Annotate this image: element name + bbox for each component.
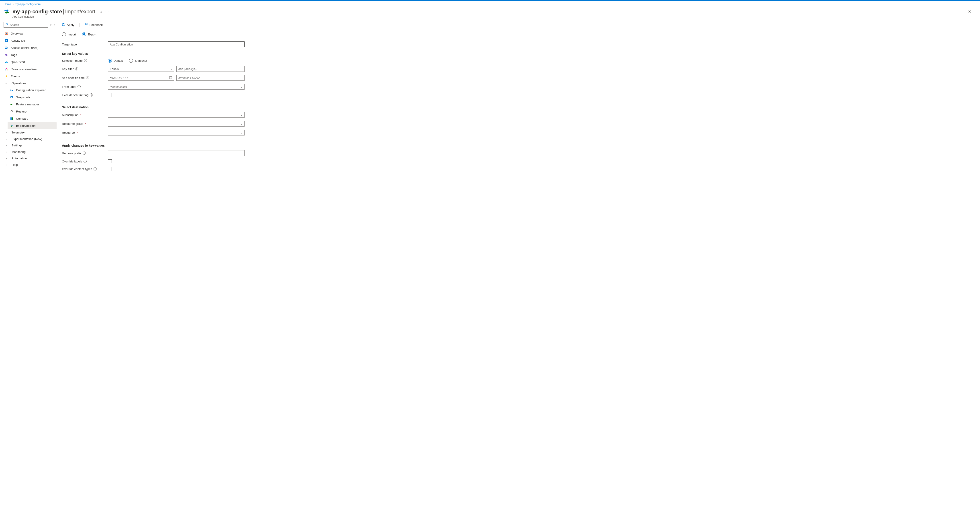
more-icon[interactable]: ⋯ <box>105 10 109 14</box>
remove-prefix-input[interactable] <box>108 150 245 156</box>
info-icon[interactable]: i <box>86 76 89 79</box>
svg-rect-26 <box>12 118 13 120</box>
sidebar-group-help[interactable]: › Help <box>2 161 57 168</box>
sidebar-group-label: Help <box>11 163 18 166</box>
sidebar-search-input[interactable] <box>10 23 46 27</box>
sidebar-group-settings[interactable]: › Settings <box>2 142 57 148</box>
feedback-icon <box>84 23 88 27</box>
from-label-select[interactable]: Please select ⌄ <box>108 84 245 89</box>
mode-import-radio[interactable]: Import <box>62 32 76 36</box>
info-icon[interactable]: i <box>94 167 97 171</box>
subscription-label: Subscription* <box>62 113 108 116</box>
sidebar-group-monitoring[interactable]: › Monitoring <box>2 148 57 155</box>
favorite-icon[interactable]: ☆ <box>99 10 102 14</box>
sidebar-item-label: Activity log <box>11 39 25 42</box>
time-input[interactable] <box>177 75 245 81</box>
remove-prefix-label: Remove prefixi <box>62 151 108 155</box>
selection-snapshot-radio[interactable]: Snapshot <box>129 59 147 63</box>
sidebar-group-label: Monitoring <box>11 150 25 153</box>
collapse-icon[interactable]: « <box>54 23 55 26</box>
info-icon[interactable]: i <box>83 151 86 155</box>
exclude-ff-checkbox[interactable] <box>108 93 112 97</box>
subscription-select[interactable]: ⌄ <box>108 112 245 118</box>
sidebar-group-experimentation[interactable]: › Experimentation (New) <box>2 136 57 142</box>
sidebar-group-automation[interactable]: › Automation <box>2 155 57 161</box>
override-labels-checkbox[interactable] <box>108 159 112 163</box>
sidebar-search[interactable] <box>3 22 48 28</box>
iam-icon <box>5 46 8 50</box>
svg-point-11 <box>6 54 6 54</box>
chevron-right-icon: › <box>5 131 8 134</box>
sidebar-group-label: Automation <box>11 157 27 160</box>
sidebar-group-operations[interactable]: ⌄ Operations <box>2 80 57 86</box>
svg-rect-7 <box>6 40 7 41</box>
key-filter-operator-select[interactable]: Equals ⌄ <box>108 66 174 72</box>
snapshots-icon <box>10 95 14 99</box>
chevron-right-icon: › <box>5 144 8 147</box>
sidebar-item-compare[interactable]: Compare <box>8 115 57 122</box>
breadcrumb-store[interactable]: my-app-config-store <box>15 2 41 6</box>
expand-icon[interactable]: ◇ <box>50 23 52 26</box>
visualizer-icon <box>5 67 8 71</box>
info-icon[interactable]: i <box>90 93 93 96</box>
from-label-label: From labeli <box>62 85 108 88</box>
close-icon[interactable]: ✕ <box>968 10 977 14</box>
feedback-button[interactable]: Feedback <box>84 23 103 27</box>
info-icon[interactable]: i <box>78 85 81 88</box>
resource-select[interactable]: ⌄ <box>108 130 245 136</box>
sidebar-group-telemetry[interactable]: › Telemetry <box>2 129 57 136</box>
sidebar-item-label: Snapshots <box>16 96 30 99</box>
info-icon[interactable]: i <box>84 160 87 163</box>
sidebar-item-label: Overview <box>11 32 23 35</box>
apply-button[interactable]: Apply <box>62 23 75 27</box>
svg-point-13 <box>6 68 7 69</box>
info-icon[interactable]: i <box>75 67 78 70</box>
sidebar-item-overview[interactable]: Overview <box>2 30 57 37</box>
svg-rect-17 <box>11 89 13 89</box>
page-subtitle: App Configuration <box>13 15 980 21</box>
sidebar-item-import-export[interactable]: Import/export <box>8 122 57 129</box>
config-explorer-icon <box>10 88 14 92</box>
sidebar-group-label: Operations <box>11 81 26 85</box>
sidebar-item-config-explorer[interactable]: Configuration explorer <box>8 86 57 94</box>
sidebar-item-iam[interactable]: Access control (IAM) <box>2 44 57 51</box>
override-ct-checkbox[interactable] <box>108 167 112 171</box>
svg-point-18 <box>11 90 11 91</box>
sidebar-item-visualizer[interactable]: Resource visualizer <box>2 65 57 73</box>
breadcrumb-home[interactable]: Home <box>3 2 11 6</box>
override-labels-label: Override labelsi <box>62 160 108 163</box>
target-type-select[interactable]: App Configuration ⌄ <box>108 41 245 47</box>
target-type-label: Target type <box>62 43 108 46</box>
selection-default-radio[interactable]: Default <box>108 59 123 63</box>
mode-export-radio[interactable]: Export <box>82 32 97 36</box>
svg-rect-19 <box>11 90 13 91</box>
calendar-icon <box>169 76 172 80</box>
svg-point-4 <box>6 33 7 34</box>
chevron-down-icon: ⌄ <box>240 122 243 125</box>
sidebar-item-activity[interactable]: Activity log <box>2 37 57 44</box>
sidebar-item-quickstart[interactable]: Quick start <box>2 58 57 65</box>
svg-point-21 <box>11 97 13 98</box>
select-kv-heading: Select key-values <box>62 49 975 57</box>
date-input[interactable]: MM/DD/YYYY <box>108 75 174 81</box>
override-ct-label: Override content typesi <box>62 167 108 171</box>
sidebar-item-events[interactable]: Events <box>2 73 57 80</box>
svg-line-1 <box>7 25 8 26</box>
svg-point-24 <box>12 104 13 105</box>
sidebar-item-snapshots[interactable]: Snapshots <box>8 94 57 101</box>
svg-rect-22 <box>11 96 13 96</box>
svg-rect-28 <box>63 23 64 24</box>
svg-rect-8 <box>6 41 7 41</box>
sidebar-item-tags[interactable]: Tags <box>2 51 57 58</box>
events-icon <box>5 74 8 78</box>
breadcrumb-sep-icon: › <box>13 2 14 6</box>
key-filter-label: Key filteri <box>62 67 108 71</box>
sidebar-item-restore[interactable]: Restore <box>8 108 57 115</box>
key-filter-input[interactable] <box>177 66 245 72</box>
chevron-down-icon: ⌄ <box>170 67 172 70</box>
restore-icon <box>10 109 14 113</box>
resource-group-select[interactable]: ⌄ <box>108 121 245 127</box>
sidebar-item-feature-manager[interactable]: Feature manager <box>8 101 57 108</box>
info-icon[interactable]: i <box>84 59 87 62</box>
import-export-icon <box>3 8 10 15</box>
